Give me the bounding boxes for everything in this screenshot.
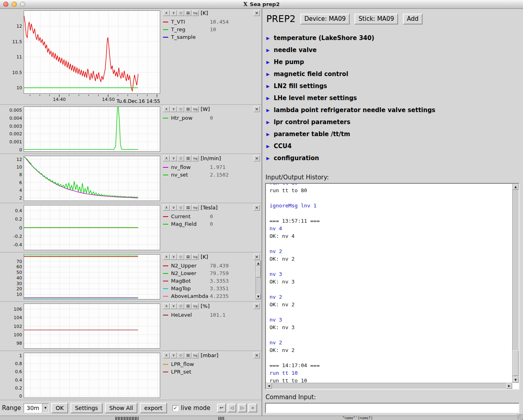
expand-triangle-icon[interactable]: ▶: [266, 36, 270, 41]
autoscale-icon[interactable]: ◇: [177, 303, 184, 309]
combo-arrow-icon[interactable]: ▼: [42, 404, 48, 412]
scroll-up-icon[interactable]: ∧: [163, 205, 170, 211]
expand-triangle-icon[interactable]: ▶: [266, 156, 270, 161]
resize-grip[interactable]: [517, 414, 523, 420]
plot-area[interactable]: [24, 156, 160, 201]
close-chart-button[interactable]: ×: [253, 106, 260, 112]
expand-triangle-icon[interactable]: ▶: [266, 132, 270, 137]
section-ln2-fill-settings[interactable]: ▶LN2 fill settings: [266, 80, 523, 92]
scroll-down-icon[interactable]: ∨: [170, 155, 177, 161]
section-needle-valve[interactable]: ▶needle valve: [266, 44, 523, 56]
zoom-icon[interactable]: ▤: [185, 254, 191, 260]
scroll-down-icon[interactable]: ∨: [170, 10, 177, 16]
section-parameter-table-tt-tm[interactable]: ▶parameter table /tt/tm: [266, 128, 523, 140]
autoscale-icon[interactable]: ◇: [177, 254, 184, 260]
plot-area[interactable]: [24, 353, 160, 398]
section-ccu4[interactable]: ▶CCU4: [266, 140, 523, 152]
scroll-down-arrow-icon[interactable]: ▼: [256, 294, 261, 299]
titlebar[interactable]: XSea prep2: [0, 0, 523, 9]
zoom-icon[interactable]: ▤: [185, 303, 191, 309]
autoscale-icon[interactable]: ◇: [177, 106, 184, 112]
plot-area[interactable]: [24, 205, 160, 250]
zoom-icon[interactable]: ▤: [185, 106, 191, 112]
zoom-icon[interactable]: ▤: [185, 352, 191, 358]
section-configuration[interactable]: ▶configuration: [266, 152, 523, 164]
plot-area[interactable]: [24, 10, 160, 94]
autoscale-icon[interactable]: ◇: [177, 155, 184, 161]
live-mode-checkbox[interactable]: ✓: [173, 405, 179, 411]
expand-triangle-icon[interactable]: ▶: [266, 96, 270, 101]
show-all-button[interactable]: Show All: [105, 403, 138, 413]
scroll-up-icon[interactable]: ∧: [163, 352, 170, 358]
vertical-scrollbar-thumb[interactable]: [513, 350, 519, 376]
export-button[interactable]: export: [140, 403, 167, 413]
log-scale-icon[interactable]: log: [192, 10, 199, 16]
range-select[interactable]: 30m ▼: [24, 403, 49, 413]
scroll-down-icon[interactable]: ∨: [170, 303, 177, 309]
expand-triangle-icon[interactable]: ▶: [266, 144, 270, 149]
close-chart-button[interactable]: ×: [253, 10, 260, 16]
expand-triangle-icon[interactable]: ▶: [266, 72, 270, 77]
log-scale-icon[interactable]: log: [192, 106, 199, 112]
scroll-left-icon[interactable]: ◁: [227, 404, 236, 412]
scroll-up-arrow-icon[interactable]: ▲: [256, 261, 261, 266]
scroll-down-icon[interactable]: ∨: [170, 352, 177, 358]
history-horizontal-scrollbar[interactable]: ◀ ▶: [266, 383, 512, 389]
close-chart-button[interactable]: ×: [253, 352, 260, 358]
expand-triangle-icon[interactable]: ▶: [266, 60, 270, 65]
section-he-pump[interactable]: ▶He pump: [266, 56, 523, 68]
history-vertical-scrollbar[interactable]: ▲ ▼: [512, 184, 519, 383]
scroll-up-icon[interactable]: ∧: [163, 254, 170, 260]
scroll-up-icon[interactable]: ∧: [163, 106, 170, 112]
zoom-icon[interactable]: ▤: [185, 10, 191, 16]
scroll-down-icon[interactable]: ∨: [170, 106, 177, 112]
scroll-up-arrow-icon[interactable]: ▲: [513, 184, 519, 190]
section-magnetic-field-control[interactable]: ▶magnetic field control: [266, 68, 523, 80]
section-lhe-level-meter-settings[interactable]: ▶LHe level meter settings: [266, 92, 523, 104]
log-scale-icon[interactable]: log: [192, 254, 199, 260]
ok-button[interactable]: OK: [51, 403, 68, 413]
scroll-up-icon[interactable]: ∧: [163, 155, 170, 161]
section-lambda-point-refrigerator-needle-valve-settings[interactable]: ▶lambda point refrigerator needle valve …: [266, 104, 523, 116]
close-chart-button[interactable]: ×: [253, 254, 260, 260]
scroll-up-icon[interactable]: ∧: [163, 10, 170, 16]
scroll-right-arrow-icon[interactable]: ▶: [506, 383, 512, 389]
add-button[interactable]: Add: [403, 14, 422, 24]
plot-area[interactable]: [24, 107, 160, 152]
log-scale-icon[interactable]: log: [192, 352, 199, 358]
log-scale-icon[interactable]: log: [192, 303, 199, 309]
section-temperature-lakeshore-340[interactable]: ▶temperature (LakeShore 340): [266, 32, 523, 44]
jump-to-end-icon[interactable]: »: [248, 404, 257, 412]
close-chart-button[interactable]: ×: [253, 205, 260, 211]
section-lpr-control-parameters[interactable]: ▶lpr control parameters: [266, 116, 523, 128]
log-scale-icon[interactable]: log: [192, 205, 199, 211]
scroll-down-icon[interactable]: ∨: [170, 254, 177, 260]
log-scale-icon[interactable]: log: [192, 155, 199, 161]
command-input[interactable]: [265, 403, 519, 413]
undo-zoom-icon[interactable]: ↩: [217, 404, 226, 412]
settings-button[interactable]: Settings: [70, 403, 102, 413]
expand-triangle-icon[interactable]: ▶: [266, 108, 270, 113]
stick-button[interactable]: Stick: MA09: [354, 14, 398, 24]
history-box[interactable]: run tt 80run tt to 80ignoreMsg lnv 1=== …: [265, 183, 519, 390]
device-button[interactable]: Device: MA09: [300, 14, 350, 24]
scroll-up-icon[interactable]: ∧: [163, 303, 170, 309]
autoscale-icon[interactable]: ◇: [177, 10, 184, 16]
zoom-icon[interactable]: ▤: [185, 155, 191, 161]
zoom-icon[interactable]: ▤: [185, 205, 191, 211]
close-chart-button[interactable]: ×: [253, 303, 260, 309]
autoscale-icon[interactable]: ◇: [177, 205, 184, 211]
close-chart-button[interactable]: ×: [253, 155, 260, 161]
scroll-down-icon[interactable]: ∨: [170, 205, 177, 211]
autoscale-icon[interactable]: ◇: [177, 352, 184, 358]
expand-triangle-icon[interactable]: ▶: [266, 84, 270, 89]
legend-scrollbar-thumb[interactable]: [256, 266, 261, 277]
expand-triangle-icon[interactable]: ▶: [266, 120, 270, 125]
plot-area[interactable]: [24, 303, 160, 349]
plot-area[interactable]: [24, 254, 160, 299]
legend-scrollbar[interactable]: ▲▼: [255, 260, 261, 299]
scroll-down-arrow-icon[interactable]: ▼: [513, 377, 519, 383]
scroll-right-icon[interactable]: ▷: [238, 404, 247, 412]
scroll-left-arrow-icon[interactable]: ◀: [266, 383, 272, 389]
expand-triangle-icon[interactable]: ▶: [266, 48, 270, 53]
